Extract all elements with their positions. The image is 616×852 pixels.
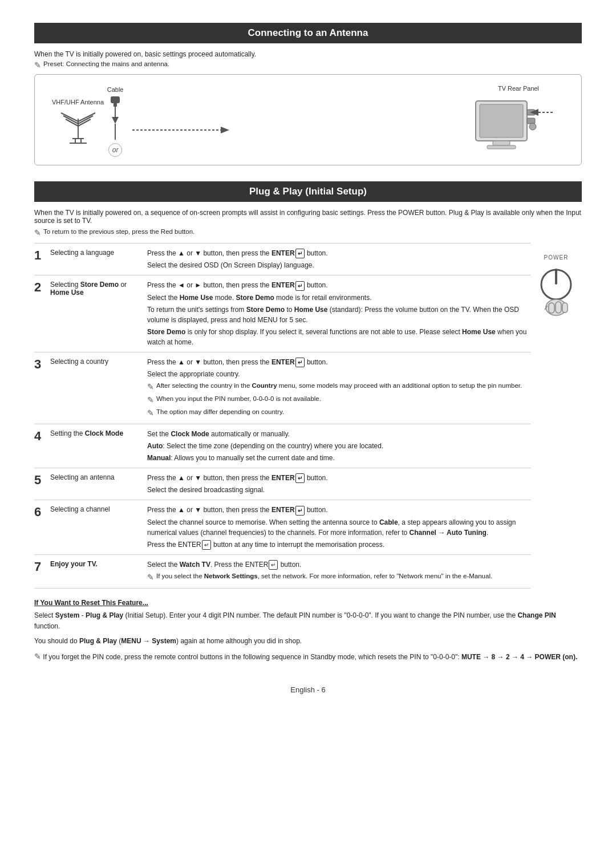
svg-rect-31 bbox=[556, 302, 561, 313]
plug-play-intro: When the TV is initially powered on, a s… bbox=[34, 209, 582, 225]
note-icon-return: ✎ bbox=[34, 228, 41, 237]
step-4: 4 Setting the Clock Mode Set the Clock M… bbox=[34, 424, 530, 468]
step-7-desc: Select the Watch TV. Press the ENTER↵ bu… bbox=[147, 559, 530, 583]
step-5-label: Selecting an antenna bbox=[50, 473, 147, 481]
step-6-label: Selecting a channel bbox=[50, 505, 147, 513]
step-4-desc: Set the Clock Mode automatically or manu… bbox=[147, 429, 530, 463]
step-1-label: Selecting a language bbox=[50, 248, 147, 257]
vhf-antenna-icon bbox=[55, 110, 101, 144]
reset-title: If You Want to Reset This Feature... bbox=[34, 599, 582, 607]
step-1: 1 Selecting a language Press the ▲ or ▼ … bbox=[34, 243, 530, 275]
tv-rear-label: TV Rear Panel bbox=[498, 85, 539, 92]
step-3: 3 Selecting a country Press the ▲ or ▼ b… bbox=[34, 352, 530, 424]
plug-play-header: Plug & Play (Initial Setup) bbox=[34, 181, 582, 202]
power-label: POWER bbox=[544, 254, 569, 261]
step-1-num: 1 bbox=[34, 249, 50, 262]
preset-note: ✎ Preset: Connecting the mains and anten… bbox=[34, 60, 582, 70]
step-7-num: 7 bbox=[34, 561, 50, 573]
connecting-header: Connecting to an Antenna bbox=[34, 23, 582, 43]
svg-marker-14 bbox=[112, 117, 119, 124]
vhf-antenna-section: VHF/UHF Antenna bbox=[52, 99, 104, 144]
intro-text-1: When the TV is initially powered on, bas… bbox=[34, 50, 582, 58]
step-6-desc: Press the ▲ or ▼ button, then press the … bbox=[147, 505, 530, 550]
reset-text-1: Select System - Plug & Play (Initial Set… bbox=[34, 610, 582, 632]
step-2: 2 Selecting Store Demo orHome Use Press … bbox=[34, 275, 530, 351]
antenna-diagram: VHF/UHF Antenna Cable bbox=[34, 74, 582, 165]
svg-rect-21 bbox=[527, 118, 535, 124]
step-2-desc: Press the ◄ or ► button, then press the … bbox=[147, 280, 530, 347]
svg-rect-32 bbox=[562, 303, 568, 313]
cable-icon bbox=[104, 95, 127, 141]
cable-line-svg bbox=[132, 121, 246, 139]
power-button-icon bbox=[536, 263, 576, 320]
svg-rect-11 bbox=[111, 96, 120, 103]
tv-rear-section: TV Rear Panel bbox=[473, 85, 564, 158]
step-7-label: Enjoy your TV. bbox=[50, 559, 147, 568]
step-3-desc: Press the ▲ or ▼ button, then press the … bbox=[147, 357, 530, 419]
svg-line-1 bbox=[61, 113, 78, 121]
or-label: or bbox=[108, 143, 122, 157]
step-4-num: 4 bbox=[34, 430, 50, 443]
svg-rect-12 bbox=[114, 103, 117, 107]
return-note: ✎ To return to the previous step, press … bbox=[34, 228, 582, 237]
power-icon-area: POWER bbox=[530, 243, 582, 589]
cable-label: Cable bbox=[107, 86, 124, 93]
svg-rect-30 bbox=[549, 303, 554, 313]
step-6-num: 6 bbox=[34, 506, 50, 518]
step-5-desc: Press the ▲ or ▼ button, then press the … bbox=[147, 473, 530, 495]
svg-rect-23 bbox=[487, 145, 516, 149]
step-4-label: Setting the Clock Mode bbox=[50, 429, 147, 437]
svg-point-24 bbox=[529, 123, 536, 130]
tv-panel-svg bbox=[473, 95, 564, 158]
cable-section: Cable or bbox=[104, 86, 127, 157]
step-5-num: 5 bbox=[34, 474, 50, 486]
step-5: 5 Selecting an antenna Press the ▲ or ▼ … bbox=[34, 468, 530, 500]
step-3-num: 3 bbox=[34, 358, 50, 371]
svg-marker-17 bbox=[221, 127, 229, 133]
reset-text-2: You should do Plug & Play (MENU → System… bbox=[34, 636, 582, 647]
step-1-desc: Press the ▲ or ▼ button, then press the … bbox=[147, 248, 530, 270]
step-2-num: 2 bbox=[34, 281, 50, 294]
page-footer: English - 6 bbox=[34, 685, 582, 694]
reset-section: If You Want to Reset This Feature... Sel… bbox=[34, 599, 582, 663]
svg-line-4 bbox=[78, 113, 95, 121]
vhf-label: VHF/UHF Antenna bbox=[52, 99, 104, 106]
step-6: 6 Selecting a channel Press the ▲ or ▼ b… bbox=[34, 500, 530, 554]
step-7: 7 Enjoy your TV. Select the Watch TV. Pr… bbox=[34, 554, 530, 589]
svg-rect-19 bbox=[480, 104, 523, 137]
steps-list: 1 Selecting a language Press the ▲ or ▼ … bbox=[34, 243, 530, 589]
steps-container: 1 Selecting a language Press the ▲ or ▼ … bbox=[34, 243, 582, 589]
reset-note: ✎ If you forget the PIN code, press the … bbox=[34, 650, 582, 663]
cable-horizontal bbox=[132, 121, 467, 139]
note-icon-preset: ✎ bbox=[34, 60, 41, 70]
svg-rect-22 bbox=[493, 141, 510, 145]
step-3-label: Selecting a country bbox=[50, 357, 147, 366]
step-2-label: Selecting Store Demo orHome Use bbox=[50, 280, 147, 297]
